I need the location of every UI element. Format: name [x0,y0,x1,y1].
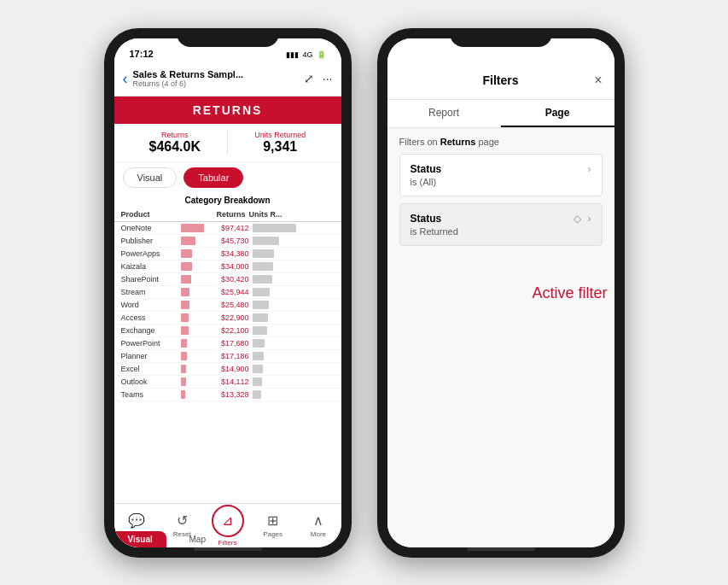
visual-toggle-button[interactable]: Visual [123,167,178,188]
close-button[interactable]: × [594,73,602,88]
returns-bar [181,365,187,373]
filter-card-2[interactable]: Status ◇ › is Returned [399,203,603,246]
comments-icon: 💬 [128,512,145,529]
metric-units: Units Returned 9,341 [228,131,333,155]
right-notch [450,28,552,47]
row-returns: $30,420 [181,275,249,284]
table-row: Kaizala $34,000 [114,260,341,273]
returns-bar [181,352,187,360]
row-product: Kaizala [121,262,181,271]
bar-container [181,339,207,348]
more-icon: ∧ [313,512,323,529]
filter-page-label: Filters on Returns page [399,137,603,147]
returns-bar [181,288,190,296]
notch [177,28,279,47]
returns-bar [181,224,205,232]
filter-page-text: Filters on [399,137,440,147]
tab-report[interactable]: Report [387,100,501,127]
bar-container [181,249,207,258]
filter1-value: is (All) [411,177,591,187]
row-units [249,365,335,373]
row-returns: $97,412 [181,224,249,232]
back-button[interactable]: ‹ [123,70,128,88]
row-returns: $13,328 [181,390,249,399]
table-row: PowerApps $34,380 [114,248,341,260]
return-value: $14,112 [211,377,249,386]
table-title: Category Breakdown [114,193,341,208]
table-row: Stream $25,944 [114,286,341,299]
metric-units-value: 9,341 [228,139,333,155]
filter-tabs: Report Page [387,100,614,128]
return-value: $14,900 [211,365,249,373]
row-product: Outlook [121,377,181,386]
table-section: Category Breakdown Product Returns Units… [114,193,341,503]
row-units [249,275,335,284]
status-icons: ▮▮▮ 4G 🔋 [286,50,325,59]
return-value: $17,680 [211,339,249,348]
row-units [249,237,335,245]
expand-icon[interactable]: ⤢ [304,72,314,85]
filters-header: Filters × [387,62,614,100]
returns-bar [181,237,195,245]
nav-item-more[interactable]: ∧ More [295,512,341,538]
row-product: PowerApps [121,249,181,258]
row-units [249,249,335,258]
filter2-chevron-icon: › [588,213,591,225]
bar-container [181,377,207,386]
map-bottom-label[interactable]: Map [183,531,213,547]
bar-container [181,326,207,335]
filter-page-bold: Returns [440,137,476,147]
signal-icon: ▮▮▮ [286,50,299,59]
tab-page[interactable]: Page [501,100,614,127]
row-product: Access [121,313,181,322]
nav-item-pages[interactable]: ⊞ Pages [250,512,295,538]
row-product: Excel [121,365,181,373]
visual-bottom-label[interactable]: Visual [114,531,166,547]
table-row: Outlook $14,112 [114,376,341,389]
bar-container [181,352,207,360]
return-value: $45,730 [211,237,249,245]
table-header: Product Returns Units R... [114,208,341,222]
network-label: 4G [302,50,312,59]
returns-bar [181,313,189,322]
nav-title-group: Sales & Returns Sampl... Returns (4 of 6… [133,69,304,88]
nav-actions: ⤢ ··· [304,72,333,85]
return-value: $34,000 [211,262,249,271]
filter-card-1[interactable]: Status › is (All) [399,154,603,196]
tabular-toggle-button[interactable]: Tabular [183,167,243,188]
filter-circle: ⊿ [212,505,244,537]
nav-title: Sales & Returns Sampl... [133,69,304,79]
return-value: $22,100 [211,326,249,335]
filter-icon: ⊿ [222,512,233,529]
filter1-chevron-icon: › [588,163,591,175]
row-returns: $22,100 [181,326,249,335]
row-product: Exchange [121,326,181,335]
pages-label: Pages [263,530,282,538]
row-returns: $17,680 [181,339,249,348]
row-product: SharePoint [121,275,181,284]
filter-content: Filters on Returns page Status › is (All… [387,128,614,547]
nav-subtitle: Returns (4 of 6) [133,79,304,88]
bar-container [181,275,207,284]
row-returns: $34,380 [181,249,249,258]
bar-container [181,262,207,271]
row-units [249,313,335,322]
bar-container [181,365,207,373]
row-product: Stream [121,288,181,296]
filters-label: Filters [218,539,237,547]
more-options-icon[interactable]: ··· [323,72,333,85]
table-row: SharePoint $30,420 [114,273,341,286]
col-header-product: Product [121,210,181,219]
row-returns: $45,730 [181,237,249,245]
active-filter-label: Active filter [532,284,607,301]
nav-bar: ‹ Sales & Returns Sampl... Returns (4 of… [114,62,341,97]
returns-title: RETURNS [114,103,341,117]
row-product: PowerPoint [121,339,181,348]
table-row: Exchange $22,100 [114,325,341,337]
table-row: Publisher $45,730 [114,235,341,248]
row-returns: $14,112 [181,377,249,386]
reset-icon: ↺ [177,512,188,529]
return-value: $30,420 [211,275,249,284]
clear-filter-icon[interactable]: ◇ [574,213,581,225]
table-row: Teams $13,328 [114,389,341,401]
